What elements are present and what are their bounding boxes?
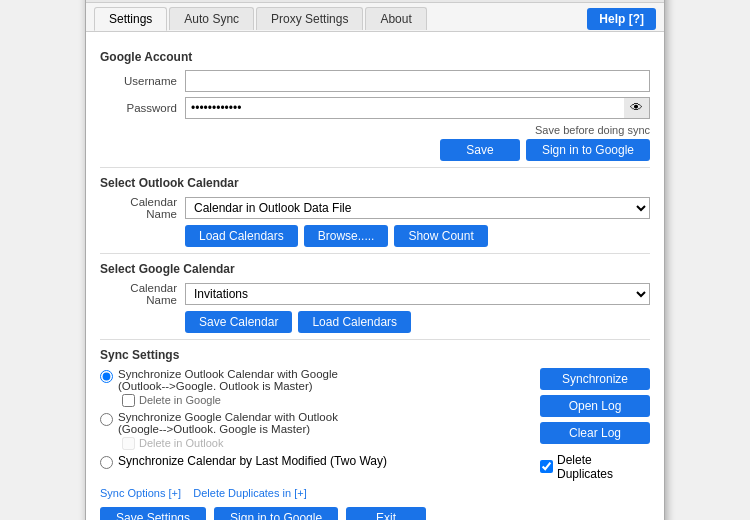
sync-option-2-text: Synchronize Google Calendar with Outlook… (113, 411, 530, 450)
divider-2 (100, 253, 650, 254)
sync-option-1-sub: (Outlook-->Google. Outlook is Master) (118, 380, 530, 392)
sync-options-expand[interactable]: [+] (168, 487, 181, 499)
show-count-button[interactable]: Show Count (394, 225, 487, 247)
sync-radio-2[interactable] (100, 413, 113, 426)
footer-signin-button[interactable]: Sign in to Google (214, 507, 338, 521)
google-calendar-row: Calendar Name Invitations (100, 282, 650, 306)
delete-duplicates-label: Delete Duplicates (557, 453, 650, 481)
save-calendar-button[interactable]: Save Calendar (185, 311, 292, 333)
delete-outlook-checkbox[interactable] (122, 437, 135, 450)
save-note: Save before doing sync (100, 124, 650, 136)
synchronize-button[interactable]: Synchronize (540, 368, 650, 390)
google-account-header: Google Account (100, 50, 650, 64)
load-outlook-calendars-button[interactable]: Load Calendars (185, 225, 298, 247)
sync-option-2: Synchronize Google Calendar with Outlook… (100, 411, 530, 450)
delete-outlook-label: Delete in Outlook (139, 437, 223, 449)
sync-option-2-main: Synchronize Google Calendar with Outlook (118, 411, 530, 423)
tabs-row: Settings Auto Sync Proxy Settings About … (86, 3, 664, 32)
tab-settings[interactable]: Settings (94, 7, 167, 31)
outlook-calendar-header: Select Outlook Calendar (100, 176, 650, 190)
sync-radio-3[interactable] (100, 456, 113, 469)
divider-1 (100, 167, 650, 168)
delete-google-row: Delete in Google (118, 394, 530, 407)
help-button[interactable]: Help [?] (587, 8, 656, 30)
signin-google-button[interactable]: Sign in to Google (526, 139, 650, 161)
tab-auto-sync[interactable]: Auto Sync (169, 7, 254, 30)
delete-outlook-row: Delete in Outlook (118, 437, 530, 450)
sync-option-1: Synchronize Outlook Calendar with Google… (100, 368, 530, 407)
outlook-calendar-select[interactable]: Calendar in Outlook Data File (185, 197, 650, 219)
exit-button[interactable]: Exit (346, 507, 426, 521)
outlook-calendar-row: Calendar Name Calendar in Outlook Data F… (100, 196, 650, 220)
sync-settings-header: Sync Settings (100, 348, 650, 362)
sync-buttons: Synchronize Open Log Clear Log Delete Du… (540, 368, 650, 481)
delete-google-checkbox[interactable] (122, 394, 135, 407)
google-calendar-select[interactable]: Invitations (185, 283, 650, 305)
sync-options-left: Synchronize Outlook Calendar with Google… (100, 368, 530, 481)
sync-options-row: Synchronize Outlook Calendar with Google… (100, 368, 650, 481)
google-account-buttons: Save Sign in to Google (100, 139, 650, 161)
show-password-button[interactable]: 👁 (624, 97, 650, 119)
google-calendar-buttons: Save Calendar Load Calendars (185, 311, 650, 333)
tab-proxy-settings[interactable]: Proxy Settings (256, 7, 363, 30)
delete-duplicates-row: Delete Duplicates (540, 453, 650, 481)
divider-3 (100, 339, 650, 340)
username-input[interactable] (185, 70, 650, 92)
sync-option-1-text: Synchronize Outlook Calendar with Google… (113, 368, 530, 407)
password-field-group: 👁 (185, 97, 650, 119)
outlook-calendar-buttons: Load Calendars Browse..... Show Count (185, 225, 650, 247)
browse-button[interactable]: Browse..... (304, 225, 389, 247)
outlook-calendar-label: Calendar Name (100, 196, 185, 220)
footer-buttons: Save Settings Sign in to Google Exit (100, 507, 650, 521)
delete-dup-expand[interactable]: [+] (294, 487, 307, 499)
sync-option-2-sub: (Google-->Outlook. Google is Master) (118, 423, 530, 435)
tab-about[interactable]: About (365, 7, 426, 30)
password-label: Password (100, 102, 185, 114)
app-window: 📅 Calendar Sync Settings Auto Sync Proxy… (85, 0, 665, 520)
password-input[interactable] (185, 97, 624, 119)
username-row: Username (100, 70, 650, 92)
password-row: Password 👁 (100, 97, 650, 119)
username-label: Username (100, 75, 185, 87)
delete-google-label: Delete in Google (139, 394, 221, 406)
open-log-button[interactable]: Open Log (540, 395, 650, 417)
save-button[interactable]: Save (440, 139, 520, 161)
bottom-options: Sync Options [+] Delete Duplicates in [+… (100, 487, 650, 499)
sync-option-1-main: Synchronize Outlook Calendar with Google (118, 368, 530, 380)
sync-option-3: Synchronize Calendar by Last Modified (T… (100, 454, 530, 469)
load-google-calendars-button[interactable]: Load Calendars (298, 311, 411, 333)
clear-log-button[interactable]: Clear Log (540, 422, 650, 444)
settings-content: Google Account Username Password 👁 Save … (86, 32, 664, 521)
sync-radio-1[interactable] (100, 370, 113, 383)
delete-dup-label: Delete Duplicates in (193, 487, 291, 499)
delete-duplicates-checkbox[interactable] (540, 460, 553, 473)
sync-option-3-label: Synchronize Calendar by Last Modified (T… (118, 454, 387, 468)
save-settings-button[interactable]: Save Settings (100, 507, 206, 521)
google-calendar-label: Calendar Name (100, 282, 185, 306)
sync-options-label: Sync Options (100, 487, 165, 499)
google-calendar-header: Select Google Calendar (100, 262, 650, 276)
